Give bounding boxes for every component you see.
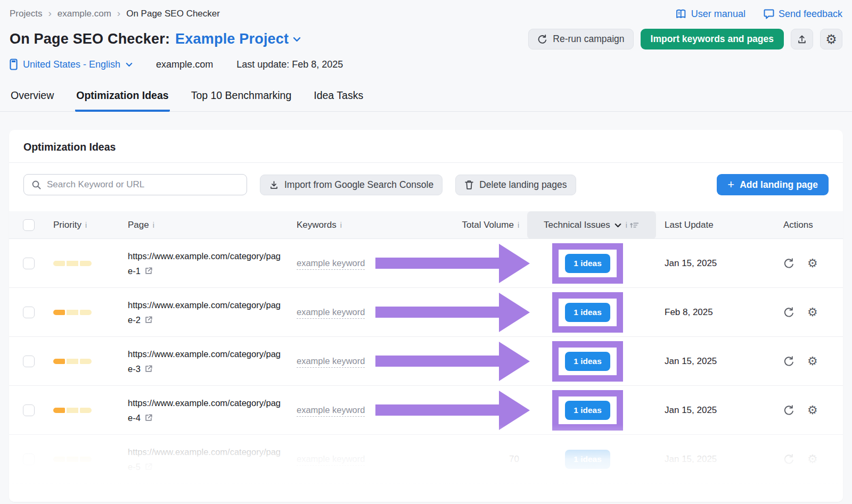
info-icon[interactable]: i: [626, 221, 627, 229]
col-page-label: Page: [128, 220, 149, 230]
info-icon[interactable]: i: [153, 221, 154, 229]
row-refresh-button[interactable]: [783, 356, 794, 367]
row-actions: ⚙: [775, 307, 843, 318]
table-body: https://www.example.com/category/page-1 …: [9, 239, 843, 484]
last-update-text: Last update: Feb 8, 2025: [236, 59, 343, 70]
import-gsc-label: Import from Google Search Console: [284, 179, 433, 191]
keyword-link[interactable]: example keyword: [297, 405, 365, 417]
priority-bar: [53, 457, 128, 462]
row-settings-button[interactable]: ⚙: [807, 258, 818, 269]
total-volume-value: 20: [376, 356, 519, 367]
ideas-button-label: 1 ideas: [574, 455, 602, 464]
ideas-button[interactable]: 1 ideas: [565, 303, 610, 322]
user-manual-link[interactable]: User manual: [676, 9, 746, 20]
row-settings-button[interactable]: ⚙: [807, 356, 818, 367]
keyword-link[interactable]: example keyword: [297, 356, 365, 368]
row-settings-button[interactable]: ⚙: [807, 453, 818, 465]
external-link-icon[interactable]: [144, 316, 153, 324]
tab-optimization-ideas[interactable]: Optimization Ideas: [75, 86, 169, 112]
priority-segment: [67, 457, 78, 462]
import-keywords-button[interactable]: Import keywords and pages: [641, 29, 784, 49]
breadcrumb-item[interactable]: Projects: [10, 9, 42, 19]
rerun-campaign-button[interactable]: Re-run campaign: [528, 29, 633, 49]
priority-segment: [80, 261, 92, 266]
col-technical-issues: Technical Issues i: [519, 211, 656, 239]
panel-toolbar: Import from Google Search Console Delete…: [9, 163, 843, 211]
annotation-arrow: [375, 244, 530, 283]
chevron-down-icon: [293, 37, 301, 42]
col-page[interactable]: Page i: [128, 220, 297, 230]
external-link-icon[interactable]: [144, 414, 153, 422]
book-icon: [676, 9, 687, 19]
add-landing-page-button[interactable]: + Add landing page: [717, 174, 829, 195]
col-last-update-label: Last Update: [665, 220, 714, 230]
search-input[interactable]: [47, 179, 239, 190]
page-url-link[interactable]: https://www.example.com/category/page-2: [128, 300, 281, 325]
row-checkbox[interactable]: [23, 356, 35, 367]
breadcrumb-separator-icon: ›: [117, 8, 121, 20]
ideas-button[interactable]: 1 ideas: [565, 450, 610, 469]
row-refresh-button[interactable]: [783, 404, 794, 416]
row-refresh-button[interactable]: [783, 307, 794, 318]
header-actions: Re-run campaign Import keywords and page…: [528, 29, 842, 49]
col-actions: Actions: [775, 220, 843, 230]
external-link-icon[interactable]: [144, 267, 153, 275]
row-checkbox[interactable]: [23, 404, 35, 416]
keyword-link[interactable]: example keyword: [297, 454, 365, 466]
row-settings-button[interactable]: ⚙: [807, 307, 818, 318]
import-gsc-button[interactable]: Import from Google Search Console: [260, 175, 443, 195]
priority-bar: [53, 310, 128, 315]
settings-button[interactable]: ⚙: [820, 29, 842, 49]
info-icon[interactable]: i: [340, 221, 342, 229]
row-refresh-button[interactable]: [783, 258, 794, 269]
breadcrumb-separator-icon: ›: [47, 8, 52, 20]
tab-idea-tasks[interactable]: Idea Tasks: [313, 86, 364, 112]
tab-top-10-benchmarking[interactable]: Top 10 Benchmarking: [190, 86, 293, 112]
keyword-link[interactable]: example keyword: [297, 258, 365, 270]
page-url-link[interactable]: https://www.example.com/category/page-3: [128, 349, 281, 374]
arrow-shaft: [375, 258, 499, 269]
priority-segment: [53, 408, 65, 413]
priority-segment: [53, 359, 65, 364]
technical-issues-sort[interactable]: Technical Issues i: [527, 211, 656, 239]
page-cell: https://www.example.com/category/page-3: [128, 346, 297, 376]
last-update-value: Jan 15, 2025: [656, 454, 775, 465]
send-feedback-link[interactable]: Send feedback: [764, 9, 842, 20]
row-checkbox[interactable]: [23, 307, 35, 318]
select-all-checkbox[interactable]: [23, 219, 35, 231]
technical-issues-cell: 1 ideas: [519, 292, 656, 333]
col-last-update: Last Update: [656, 220, 775, 230]
delete-landing-pages-button[interactable]: Delete landing pages: [455, 175, 576, 195]
page-url-link[interactable]: https://www.example.com/category/page-5: [128, 447, 281, 472]
ideas-button-label: 1 ideas: [574, 357, 602, 366]
external-link-icon[interactable]: [144, 365, 153, 373]
export-button[interactable]: [791, 29, 813, 49]
col-keywords[interactable]: Keywords i: [297, 220, 376, 230]
ideas-button[interactable]: 1 ideas: [565, 254, 610, 273]
row-checkbox[interactable]: [23, 258, 35, 269]
search-box[interactable]: [23, 174, 247, 195]
row-settings-button[interactable]: ⚙: [807, 404, 818, 416]
info-icon[interactable]: i: [85, 221, 87, 229]
total-volume-value: 20: [376, 405, 519, 416]
keyword-link[interactable]: example keyword: [297, 307, 365, 319]
project-picker[interactable]: Example Project: [175, 31, 301, 47]
tab-overview[interactable]: Overview: [10, 86, 55, 112]
locale-selector[interactable]: United States - English: [10, 59, 133, 70]
table-row: https://www.example.com/category/page-1 …: [9, 239, 843, 288]
ideas-button-label: 1 ideas: [574, 308, 602, 317]
page-url-link[interactable]: https://www.example.com/category/page-1: [128, 251, 281, 276]
breadcrumb-item: On Page SEO Checker: [126, 9, 220, 19]
page-url-link[interactable]: https://www.example.com/category/page-4: [128, 398, 281, 423]
ideas-button[interactable]: 1 ideas: [565, 352, 610, 371]
priority-segment: [67, 359, 78, 364]
gear-icon: ⚙: [825, 33, 837, 46]
row-checkbox[interactable]: [23, 453, 35, 465]
external-link-icon[interactable]: [144, 462, 153, 471]
col-total-volume[interactable]: Total Volume i: [376, 220, 519, 230]
table-row: https://www.example.com/category/page-5 …: [9, 435, 843, 484]
ideas-button[interactable]: 1 ideas: [565, 401, 610, 420]
breadcrumb-item[interactable]: example.com: [58, 9, 111, 19]
row-refresh-button[interactable]: [783, 453, 794, 465]
col-priority[interactable]: Priority i: [53, 220, 128, 230]
